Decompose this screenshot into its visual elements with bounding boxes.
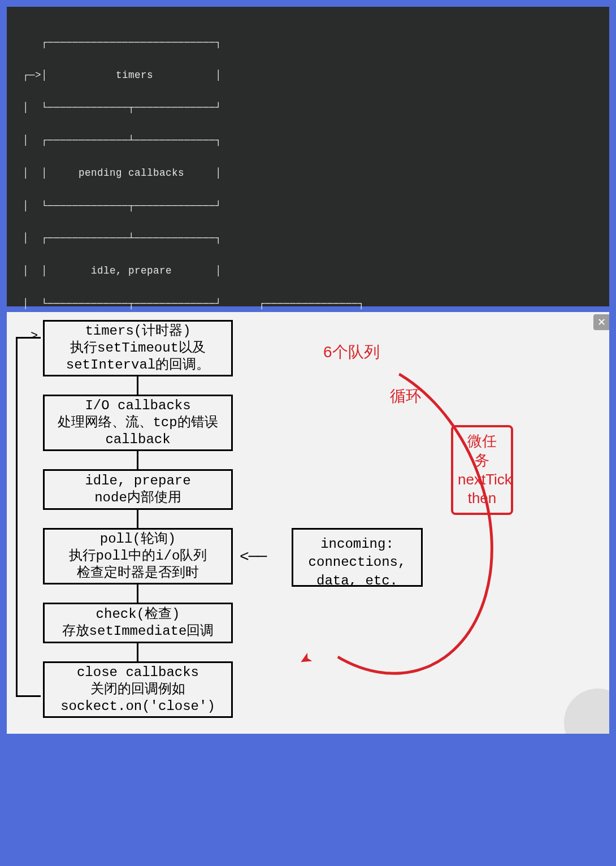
phase-title: poll(轮询): [100, 531, 176, 548]
loop-return-bottom: [16, 695, 41, 697]
phase-desc: 存放setImmediate回调: [62, 623, 214, 640]
ascii-line: │ └─────────────┬─────────────┘ ┌───────…: [23, 296, 593, 312]
ascii-line: │ └─────────────┬─────────────┘: [23, 198, 593, 214]
phase-desc: 执行setTimeout以及 setInterval的回调。: [66, 340, 210, 374]
ascii-event-loop-diagram: ┌───────────────────────────┐ ┌─>│ timer…: [7, 7, 609, 306]
phase-box-poll: poll(轮询) 执行poll中的i/o队列 检查定时器是否到时: [43, 528, 233, 584]
phase-title: close callbacks: [77, 664, 199, 681]
phase-box-idle: idle, prepare node内部使用: [43, 469, 233, 510]
phase-timers-label: timers: [116, 70, 153, 81]
corner-bubble-icon: [564, 689, 609, 734]
phase-title: check(检查): [96, 606, 180, 623]
ascii-line: │ ┌─────────────┴─────────────┐: [23, 132, 593, 149]
phase-title: I/O callbacks: [85, 397, 190, 414]
phase-box-close: close callbacks 关闭的回调例如 sockect.on('clos…: [43, 661, 233, 718]
connector: [137, 643, 138, 661]
phase-desc: 执行poll中的i/o队列 检查定时器是否到时: [69, 548, 207, 582]
phase-idle-label: idle, prepare: [91, 265, 172, 276]
phase-desc: 处理网络、流、tcp的错误 callback: [58, 414, 218, 448]
phase-box-check: check(检查) 存放setImmediate回调: [43, 603, 233, 643]
red-loop-arrow: [201, 321, 536, 711]
loop-return-vertical: [16, 337, 18, 696]
phase-desc: node内部使用: [94, 490, 181, 506]
phase-desc: 关闭的回调例如 sockect.on('close'): [60, 681, 215, 715]
phase-pending-label: pending callbacks: [79, 167, 184, 179]
ascii-line: │ ┌─────────────┴─────────────┐: [23, 230, 593, 246]
connector: [137, 451, 138, 469]
phase-box-timers: timers(计时器) 执行setTimeout以及 setInterval的回…: [43, 320, 233, 376]
phase-title: timers(计时器): [85, 323, 190, 340]
ascii-line: │ └─────────────┬─────────────┘: [23, 99, 593, 116]
annotated-event-loop-diagram: ✕ > timers(计时器) 执行setTimeout以及 setInterv…: [7, 312, 609, 734]
ascii-line: ┌───────────────────────────┐: [23, 34, 593, 51]
connector: [137, 376, 138, 395]
connector: [137, 510, 138, 528]
phase-title: idle, prepare: [85, 473, 190, 490]
ascii-line: │ │ pending callbacks │: [23, 165, 593, 181]
loop-arrowhead-icon: >: [31, 329, 38, 343]
connector: [137, 584, 138, 603]
close-icon[interactable]: ✕: [593, 314, 609, 330]
ascii-line: │ │ idle, prepare │: [23, 263, 593, 279]
phase-box-io: I/O callbacks 处理网络、流、tcp的错误 callback: [43, 395, 233, 451]
ascii-line: ┌─>│ timers │: [23, 67, 593, 84]
red-arrowhead-icon: ➤: [293, 644, 317, 673]
